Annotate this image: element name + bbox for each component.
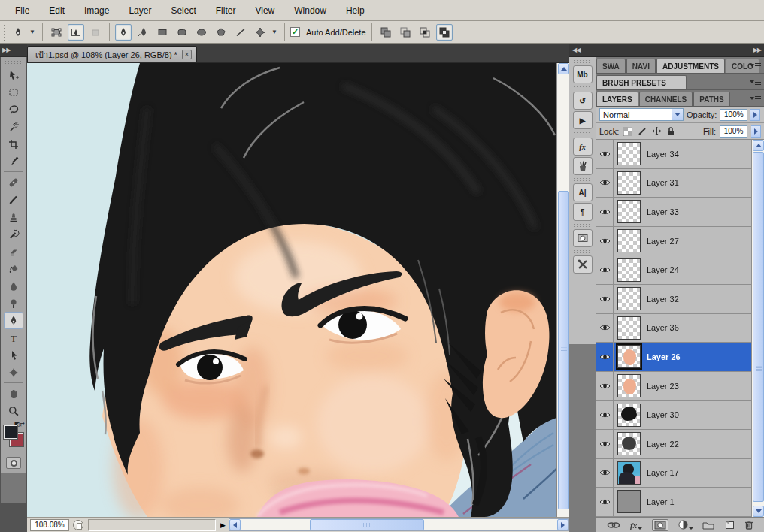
menu-item-view[interactable]: View: [246, 3, 283, 18]
scroll-up-button[interactable]: [753, 140, 764, 151]
layer-visibility-toggle[interactable]: [596, 255, 614, 284]
tool-eyedropper[interactable]: [4, 153, 23, 170]
toolbox-collapse-button[interactable]: ▶▶: [0, 44, 27, 57]
adjustment-layer-button[interactable]: [678, 519, 693, 531]
masks-panel-button[interactable]: [573, 229, 593, 247]
canvas-horizontal-scrollbar[interactable]: [229, 518, 569, 531]
subtract-from-shape-button[interactable]: [397, 24, 414, 41]
strip-grip[interactable]: [573, 249, 592, 254]
layer-thumbnail[interactable]: [617, 171, 641, 195]
pen-tool-button[interactable]: [115, 24, 132, 41]
layer-visibility-toggle[interactable]: [596, 140, 614, 168]
status-menu-arrow-icon[interactable]: ▶: [220, 521, 226, 529]
layer-thumbnail[interactable]: [617, 258, 641, 282]
foreground-color-swatch[interactable]: [4, 425, 17, 439]
rectangle-tool-button[interactable]: [154, 24, 171, 41]
line-tool-button[interactable]: [232, 24, 249, 41]
layer-visibility-toggle[interactable]: [596, 227, 614, 255]
layer-visibility-toggle[interactable]: [596, 285, 614, 313]
chevron-down-icon[interactable]: ▼: [29, 29, 37, 35]
tool-magic-wand[interactable]: [4, 118, 23, 135]
layer-row[interactable]: Layer 32: [596, 285, 751, 314]
tool-clone-stamp[interactable]: [4, 208, 23, 225]
fill-field[interactable]: 100%: [720, 125, 747, 138]
tool-preset-picker[interactable]: [10, 24, 26, 41]
tool-eraser[interactable]: [4, 243, 23, 260]
layer-thumbnail[interactable]: [617, 404, 641, 427]
document-tab[interactable]: เป้า1.psd @ 108% (Layer 26, RGB/8) * ×: [27, 46, 197, 62]
tool-pen[interactable]: [4, 312, 23, 329]
layer-thumbnail[interactable]: [617, 142, 641, 165]
strip-grip[interactable]: [573, 86, 592, 90]
layer-row[interactable]: Layer 33: [596, 198, 751, 227]
auto-add-delete-checkbox[interactable]: ✓: [290, 27, 300, 37]
strip-grip[interactable]: [573, 223, 592, 228]
menu-item-file[interactable]: File: [6, 3, 38, 18]
tool-rectangular-marquee[interactable]: [4, 83, 23, 101]
layer-row[interactable]: Layer 26: [596, 343, 751, 372]
scroll-up-button[interactable]: [558, 63, 569, 74]
strip-grip[interactable]: [573, 131, 592, 136]
tool-hand[interactable]: [4, 385, 23, 402]
options-bar-grip[interactable]: [3, 24, 7, 41]
canvas-vertical-scrollbar[interactable]: [556, 63, 569, 529]
horizontal-scroll-thumb[interactable]: [310, 519, 424, 530]
shape-layers-button[interactable]: [48, 24, 65, 41]
panel-menu-icon[interactable]: [750, 94, 762, 103]
layer-row[interactable]: Layer 23: [596, 372, 751, 401]
strip-grip[interactable]: [573, 59, 592, 64]
layer-thumbnail[interactable]: [617, 374, 641, 397]
layer-visibility-toggle[interactable]: [596, 343, 614, 371]
layer-thumbnail[interactable]: [617, 345, 641, 368]
paths-button[interactable]: [68, 24, 84, 41]
panel-menu-icon[interactable]: [750, 61, 762, 70]
layer-row[interactable]: Layer 24: [596, 255, 751, 285]
menu-item-help[interactable]: Help: [337, 3, 374, 18]
tools-presets-panel-button[interactable]: [573, 255, 593, 274]
layer-thumbnail[interactable]: [617, 461, 641, 485]
opacity-field[interactable]: 100%: [720, 109, 747, 121]
layer-visibility-toggle[interactable]: [596, 169, 614, 198]
tool-custom-shape[interactable]: [4, 364, 23, 381]
layer-thumbnail[interactable]: [617, 200, 641, 223]
vertical-scroll-thumb[interactable]: [558, 191, 569, 509]
exclude-shape-button[interactable]: [436, 24, 453, 41]
layer-visibility-toggle[interactable]: [596, 459, 614, 488]
add-layer-mask-button[interactable]: [652, 519, 668, 531]
chevron-down-icon[interactable]: [672, 109, 683, 120]
panel-menu-icon[interactable]: [750, 77, 762, 86]
tab-paths[interactable]: PATHS: [693, 92, 729, 106]
tool-move[interactable]: [4, 66, 23, 83]
lock-transparency-button[interactable]: [623, 126, 633, 137]
scroll-right-button[interactable]: [557, 519, 568, 530]
document-info-icon[interactable]: [73, 520, 83, 530]
tool-zoom[interactable]: [4, 402, 23, 419]
lock-position-button[interactable]: [651, 126, 662, 137]
layer-thumbnail[interactable]: [617, 229, 641, 252]
toolbox-grip[interactable]: [4, 60, 23, 65]
menu-item-edit[interactable]: Edit: [40, 3, 74, 18]
actions-panel-button[interactable]: ▶: [573, 111, 593, 129]
layer-thumbnail[interactable]: [617, 287, 641, 310]
link-layers-button[interactable]: [607, 519, 620, 531]
tool-paint-bucket[interactable]: [4, 260, 23, 277]
menu-item-filter[interactable]: Filter: [207, 3, 245, 18]
layer-row[interactable]: Layer 17: [596, 459, 751, 488]
styles-panel-button[interactable]: fx: [573, 138, 593, 156]
custom-shape-tool-button[interactable]: [252, 24, 268, 41]
tool-path-selection[interactable]: [4, 346, 23, 364]
quick-mask-button[interactable]: [6, 457, 21, 469]
layer-thumbnail[interactable]: [617, 432, 641, 455]
layer-thumbnail[interactable]: [617, 316, 641, 340]
opacity-arrow-button[interactable]: [750, 109, 760, 121]
layer-row[interactable]: Layer 1: [596, 488, 751, 517]
lock-pixels-button[interactable]: [637, 126, 647, 137]
tab-channels[interactable]: CHANNELS: [639, 92, 693, 106]
new-layer-button[interactable]: [724, 519, 735, 531]
tool-dodge[interactable]: [4, 295, 23, 312]
freeform-pen-tool-button[interactable]: [135, 24, 151, 41]
fill-arrow-button[interactable]: [751, 125, 761, 138]
history-panel-button[interactable]: ↺: [573, 92, 593, 110]
tool-history-brush[interactable]: [4, 225, 23, 243]
tab-navi[interactable]: NAVI: [626, 59, 656, 73]
